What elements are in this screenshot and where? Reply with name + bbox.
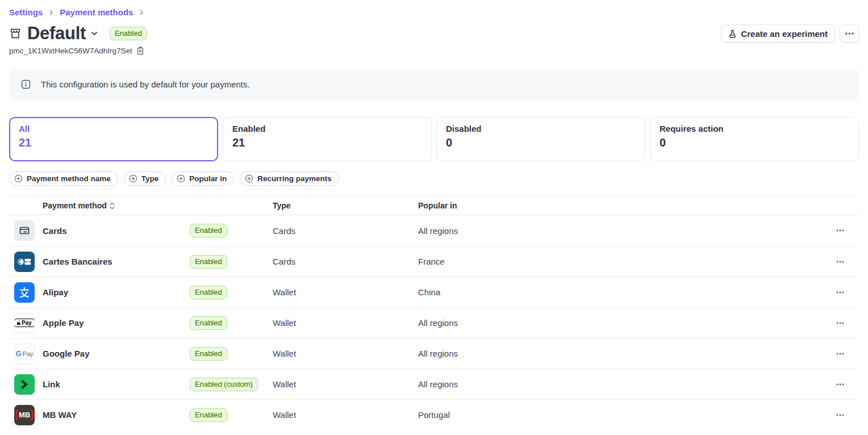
sort-icon <box>110 202 115 210</box>
plus-circle-icon <box>177 174 185 183</box>
config-id-row: pmc_1K1WxtHekC56W7AdhIrg7Set <box>9 47 859 55</box>
table-header: Payment method Type Popular in <box>9 196 859 215</box>
stat-label: Requires action <box>660 124 849 133</box>
payment-method-name: Cards <box>43 226 190 236</box>
flask-icon <box>728 30 737 38</box>
table-row-link[interactable]: Link Enabled (custom) Wallet All regions <box>9 369 859 399</box>
row-popular-in: China <box>418 287 832 297</box>
row-popular-in: All regions <box>418 379 832 389</box>
row-overflow-button[interactable] <box>832 254 849 270</box>
row-type: Wallet <box>273 318 418 328</box>
row-popular-in: All regions <box>418 226 832 236</box>
plus-circle-icon <box>14 174 23 183</box>
filter-popular-in[interactable]: Popular in <box>172 172 234 186</box>
column-popular-in: Popular in <box>418 201 832 210</box>
info-icon <box>21 80 31 89</box>
stat-value: 21 <box>19 136 208 149</box>
create-experiment-button[interactable]: Create an experiment <box>721 24 835 43</box>
filter-label: Popular in <box>189 174 227 183</box>
stat-card-all[interactable]: All 21 <box>9 117 218 161</box>
info-banner: This configuration is used by default fo… <box>9 69 859 100</box>
chevron-right-icon <box>138 9 145 16</box>
chevron-down-icon[interactable] <box>90 30 98 37</box>
mb-way-icon: MB <box>14 405 35 425</box>
payment-method-name: Cartes Bancaires <box>43 257 190 266</box>
row-type: Wallet <box>273 410 418 420</box>
row-type: Wallet <box>273 349 418 358</box>
plus-circle-icon <box>129 174 137 183</box>
stat-label: Enabled <box>232 124 422 133</box>
create-experiment-label: Create an experiment <box>741 29 828 39</box>
stat-card-requires-action[interactable]: Requires action 0 <box>650 117 859 161</box>
stat-label: Disabled <box>446 124 636 133</box>
alipay-icon <box>14 282 35 303</box>
column-label: Payment method <box>43 201 107 210</box>
stat-card-enabled[interactable]: Enabled 21 <box>223 117 432 161</box>
row-popular-in: France <box>418 257 832 266</box>
row-type: Wallet <box>273 379 418 389</box>
payment-methods-page: Settings Payment methods Default Enabled <box>0 7 868 430</box>
payment-method-name: Apple Pay <box>43 318 190 328</box>
row-status-badge: Enabled <box>190 408 227 422</box>
link-icon <box>14 374 35 395</box>
filter-label: Payment method name <box>27 174 111 183</box>
filter-payment-method-name[interactable]: Payment method name <box>9 172 118 186</box>
row-popular-in: All regions <box>418 318 832 328</box>
breadcrumb: Settings Payment methods <box>9 7 859 17</box>
google-pay-icon: GPay <box>14 344 35 364</box>
table-row-google-pay[interactable]: GPay Google Pay Enabled Wallet All regio… <box>9 338 859 369</box>
stat-value: 0 <box>446 136 636 149</box>
page-header: Default Enabled Create an experiment <box>9 23 859 44</box>
row-overflow-button[interactable] <box>832 315 849 331</box>
column-payment-method[interactable]: Payment method <box>43 201 273 210</box>
payment-method-name: Google Pay <box>43 349 190 358</box>
row-overflow-button[interactable] <box>832 377 849 392</box>
stat-card-disabled[interactable]: Disabled 0 <box>436 117 645 161</box>
table-row-apple-pay[interactable]: Pay Apple Pay Enabled Wallet All regions <box>9 307 859 338</box>
row-overflow-button[interactable] <box>832 407 849 423</box>
row-popular-in: Portugal <box>418 410 832 420</box>
row-overflow-button[interactable] <box>832 223 849 239</box>
row-status-badge: Enabled (custom) <box>190 378 258 391</box>
breadcrumb-payment-methods[interactable]: Payment methods <box>60 7 133 17</box>
config-id: pmc_1K1WxtHekC56W7AdhIrg7Set <box>9 47 132 55</box>
row-overflow-button[interactable] <box>832 285 849 300</box>
payment-method-name: MB WAY <box>43 410 190 420</box>
row-status-badge: Enabled <box>190 224 227 237</box>
stat-value: 0 <box>660 136 849 149</box>
stat-label: All <box>19 124 208 133</box>
row-type: Cards <box>273 226 418 236</box>
row-status-badge: Enabled <box>190 255 227 269</box>
apple-pay-icon: Pay <box>14 313 35 333</box>
filter-label: Recurring payments <box>257 174 332 183</box>
filter-bar: Payment method name Type Popular in Recu… <box>9 172 859 186</box>
page-title: Default <box>27 23 86 44</box>
row-status-badge: Enabled <box>190 347 227 361</box>
row-status-badge: Enabled <box>190 316 227 330</box>
row-type: Cards <box>273 257 418 266</box>
payment-methods-table: Payment method Type Popular in Cards Ena… <box>9 196 859 430</box>
filter-label: Type <box>141 174 159 183</box>
filter-recurring-payments[interactable]: Recurring payments <box>240 172 339 186</box>
copy-icon[interactable] <box>136 47 144 55</box>
header-actions: Create an experiment <box>721 24 859 43</box>
table-row-mb-way[interactable]: MB MB WAY Enabled Wallet Portugal <box>9 399 859 430</box>
column-type: Type <box>273 201 418 210</box>
stat-value: 21 <box>232 136 422 149</box>
table-row-alipay[interactable]: Alipay Enabled Wallet China <box>9 277 859 307</box>
row-type: Wallet <box>273 287 418 297</box>
plus-circle-icon <box>245 174 253 183</box>
breadcrumb-settings[interactable]: Settings <box>9 7 43 17</box>
table-row-cartes-bancaires[interactable]: Cartes Bancaires Enabled Cards France <box>9 246 859 277</box>
payment-method-name: Link <box>43 379 190 389</box>
header-overflow-button[interactable] <box>840 24 859 43</box>
row-popular-in: All regions <box>418 349 832 358</box>
row-overflow-button[interactable] <box>832 346 849 362</box>
cartes-bancaires-icon <box>14 252 35 272</box>
overflow-icon <box>845 32 854 35</box>
storefront-icon <box>9 27 22 40</box>
payment-method-name: Alipay <box>43 287 190 297</box>
chevron-right-icon <box>48 9 55 16</box>
filter-type[interactable]: Type <box>124 172 166 186</box>
table-row-cards[interactable]: Cards Enabled Cards All regions <box>9 215 859 246</box>
